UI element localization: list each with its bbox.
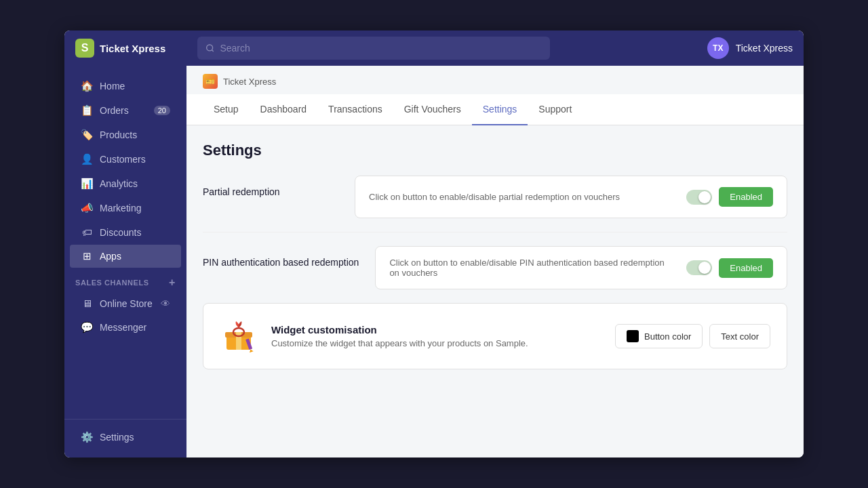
sidebar-item-discounts[interactable]: 🏷 Discounts [70,221,181,243]
partial-redemption-description: Click on button to enable/disable partia… [369,192,675,202]
sidebar-label-apps: Apps [100,251,121,262]
tab-settings[interactable]: Settings [472,94,528,125]
sidebar-item-online-store[interactable]: 🖥 Online Store 👁 [70,292,181,314]
divider [203,232,787,232]
tab-gift-vouchers[interactable]: Gift Vouchers [393,94,472,125]
sales-channels-label: SALES CHANNELS [75,279,149,287]
breadcrumb-logo: 🎫 [203,74,218,89]
orders-badge: 20 [154,106,170,115]
shopify-icon: S [75,39,94,58]
user-name: Ticket Xpress [736,43,793,54]
partial-redemption-toggle-group: Enabled [686,187,773,207]
sidebar-label-discounts: Discounts [100,227,141,238]
products-icon: 🏷️ [81,129,93,141]
add-sales-channel-button[interactable]: + [169,277,176,289]
sidebar-item-home[interactable]: 🏠 Home [70,75,181,98]
widget-title: Widget customisation [271,324,528,336]
sidebar-item-apps[interactable]: ⊞ Apps [70,245,181,268]
sales-channels-section: SALES CHANNELS + [64,268,186,291]
pin-auth-card: Click on button to enable/disable PIN au… [375,246,787,289]
widget-buttons: Button color Text color [615,324,770,348]
messenger-icon: 💬 [81,321,93,333]
sidebar-label-marketing: Marketing [100,203,141,214]
sidebar-label-messenger: Messenger [100,322,146,333]
breadcrumb: 🎫 Ticket Xpress [186,66,804,94]
sidebar-label-orders: Orders [100,105,129,116]
online-store-icon: 🖥 [81,298,93,309]
pin-auth-label: PIN authentication based redemption [203,246,359,268]
sidebar-item-messenger[interactable]: 💬 Messenger [70,316,181,339]
partial-redemption-label: Partial redemption [203,176,338,197]
settings-content: Settings Partial redemption Click on but… [186,125,804,458]
sidebar-label-customers: Customers [100,154,146,165]
pin-auth-button[interactable]: Enabled [719,258,773,278]
orders-icon: 📋 [81,104,93,117]
settings-icon: ⚙️ [81,431,93,443]
svg-rect-3 [236,332,241,350]
sidebar-item-orders[interactable]: 📋 Orders 20 [70,99,181,122]
sidebar-label-analytics: Analytics [100,178,138,189]
customers-icon: 👤 [81,153,93,165]
app-logo[interactable]: S Ticket Xpress [75,39,197,58]
partial-redemption-toggle[interactable] [686,190,712,205]
sidebar-item-customers[interactable]: 👤 Customers [70,148,181,171]
partial-redemption-row: Partial redemption Click on button to en… [203,176,787,218]
sidebar: 🏠 Home 📋 Orders 20 🏷️ Products 👤 Custome… [64,66,186,458]
discounts-icon: 🏷 [81,226,93,238]
apps-icon: ⊞ [81,250,93,262]
widget-illustration [221,319,256,354]
search-icon [205,43,214,53]
sidebar-label-products: Products [100,129,137,140]
main-content: 🎫 Ticket Xpress Setup Dashboard Transact… [186,66,804,458]
topbar: S Ticket Xpress TX Ticket Xpress [64,30,804,66]
button-color-button[interactable]: Button color [615,324,703,348]
breadcrumb-text: Ticket Xpress [223,77,276,87]
tabs-bar: Setup Dashboard Transactions Gift Vouche… [186,94,804,125]
sidebar-label-home: Home [100,81,125,92]
eye-icon[interactable]: 👁 [161,298,170,309]
widget-description: Customize the widget that appears with y… [271,338,528,348]
text-color-button[interactable]: Text color [709,324,770,348]
search-input[interactable] [220,43,542,54]
widget-info: Widget customisation Customize the widge… [271,324,528,348]
analytics-icon: 📊 [81,178,93,190]
partial-redemption-card: Click on button to enable/disable partia… [355,176,787,218]
sidebar-item-marketing[interactable]: 📣 Marketing [70,197,181,220]
marketing-icon: 📣 [81,202,93,214]
button-color-label: Button color [644,331,691,342]
home-icon: 🏠 [81,80,93,92]
topbar-right: TX Ticket Xpress [707,37,793,59]
button-color-swatch [627,330,639,342]
sidebar-label-settings: Settings [100,432,134,443]
pin-auth-toggle[interactable] [686,260,712,275]
sidebar-item-settings[interactable]: ⚙️ Settings [70,426,181,449]
page-title: Settings [203,142,787,159]
pin-auth-description: Click on button to enable/disable PIN au… [389,258,675,278]
app-name: Ticket Xpress [100,43,165,54]
tab-setup[interactable]: Setup [203,94,250,125]
avatar[interactable]: TX [707,37,729,59]
text-color-label: Text color [721,331,759,342]
pin-auth-toggle-group: Enabled [686,258,773,278]
widget-icon [220,317,258,355]
tab-transactions[interactable]: Transactions [317,94,393,125]
sidebar-label-online-store: Online Store [100,298,153,309]
widget-card: Widget customisation Customize the widge… [203,303,787,369]
tab-dashboard[interactable]: Dashboard [250,94,318,125]
search-bar[interactable] [197,37,550,60]
svg-point-0 [207,45,213,51]
sidebar-item-products[interactable]: 🏷️ Products [70,123,181,146]
sidebar-item-analytics[interactable]: 📊 Analytics [70,172,181,195]
partial-redemption-button[interactable]: Enabled [719,187,773,207]
tab-support[interactable]: Support [528,94,583,125]
pin-auth-row: PIN authentication based redemption Clic… [203,246,787,289]
